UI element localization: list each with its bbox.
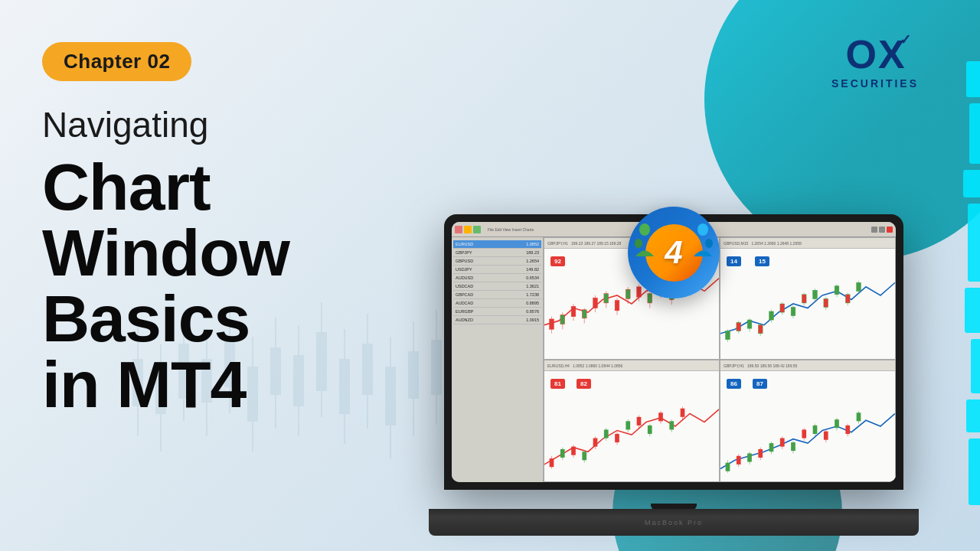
sidebar-pair-audusd: AUDUSD0.6534	[453, 274, 541, 282]
svg-rect-107	[648, 425, 652, 434]
svg-rect-67	[747, 320, 752, 328]
logo-container: O X ✓ SECURITIES	[831, 34, 919, 90]
side-bar-6	[971, 339, 980, 393]
svg-rect-137	[845, 425, 850, 434]
toolbar-controls	[871, 227, 893, 233]
title-line4: in MT4	[42, 351, 289, 417]
chart-panel-top-right: GBPUSD,M15 1.2654 1.2660 1.2648 1.2658	[720, 237, 896, 360]
chart-area-bl: 81 82	[544, 371, 719, 481]
page-container: Chapter 02 Navigating Chart Window Basic…	[0, 0, 980, 551]
svg-rect-97	[593, 439, 598, 447]
svg-rect-113	[681, 409, 685, 417]
svg-rect-91	[560, 449, 565, 458]
sidebar-pair-usdcad: USDCAD1.3621	[453, 282, 541, 291]
svg-rect-125	[780, 439, 785, 447]
svg-rect-129	[802, 429, 806, 438]
side-bar-8	[969, 439, 980, 505]
svg-point-34	[697, 223, 708, 236]
svg-rect-85	[845, 295, 850, 303]
svg-rect-41	[571, 306, 576, 316]
svg-rect-37	[550, 319, 554, 329]
sidebar-pair-eurusd: EURUSD1.0852	[453, 240, 541, 249]
logo-checkmark: ✓	[900, 31, 911, 48]
laptop-base	[429, 509, 919, 536]
chart-panel-bottom-right: GBPJPY,H1 189.50 189.58 189.42 189.55	[720, 360, 896, 482]
price-badge-tr-sell: 14	[727, 256, 741, 266]
sidebar-pair-audnzd: AUDNZD1.0915	[453, 316, 541, 324]
price-badge-br-buy: 87	[753, 379, 767, 389]
logo-tagline: SECURITIES	[831, 77, 919, 90]
svg-rect-69	[758, 325, 763, 334]
svg-rect-133	[824, 432, 828, 440]
svg-point-32	[639, 223, 650, 236]
svg-rect-21	[363, 344, 372, 394]
chart-header-bl: EURUSD,H4 1.0852 1.0860 1.0844 1.0856	[544, 360, 719, 371]
svg-rect-73	[780, 304, 785, 312]
toolbar-ctrl-3	[887, 227, 893, 233]
svg-rect-71	[769, 311, 774, 320]
sidebar-pair-gbpjpy: GBPJPY189.23	[453, 249, 541, 257]
toolbar-btn-2	[464, 226, 472, 233]
svg-rect-17	[317, 333, 326, 390]
svg-rect-93	[571, 447, 576, 455]
chart-area-br: 86 87	[720, 371, 895, 481]
chart-header-br: GBPJPY,H1 189.50 189.58 189.42 189.55	[720, 360, 895, 371]
sidebar-pair-audcad: AUDCAD0.8895	[453, 299, 541, 308]
chart-panel-bottom-left: EURUSD,H4 1.0852 1.0860 1.0844 1.0856	[544, 360, 720, 482]
svg-rect-139	[857, 412, 861, 421]
svg-rect-111	[669, 421, 674, 429]
svg-rect-77	[802, 295, 806, 303]
side-bar-1	[966, 61, 980, 97]
title-line1: Chart	[42, 154, 289, 220]
svg-rect-95	[582, 452, 586, 460]
svg-rect-131	[813, 425, 818, 434]
svg-rect-81	[824, 298, 828, 307]
logo-x-wrapper: X ✓	[878, 34, 905, 74]
toolbar-btn-3	[473, 226, 481, 233]
mt4-sidebar: EURUSD1.0852 GBPJPY189.23 GBPUSD1.2654 U…	[452, 237, 544, 482]
svg-rect-49	[615, 301, 619, 311]
side-bar-4	[968, 204, 980, 282]
toolbar-ctrl-2	[879, 227, 885, 233]
side-bar-2	[969, 103, 980, 164]
sidebar-pair-gbpusd: GBPUSD1.2654	[453, 257, 541, 266]
svg-rect-119	[747, 453, 752, 461]
svg-rect-25	[409, 352, 418, 398]
chapter-badge-text: Chapter 02	[64, 50, 170, 73]
svg-rect-79	[813, 290, 818, 298]
mt4-number: 4	[665, 236, 682, 269]
side-bar-5	[965, 288, 980, 333]
side-bar-7	[966, 399, 980, 432]
svg-rect-47	[604, 294, 609, 303]
chart-area-tr: 14 15	[720, 249, 895, 359]
price-badge-tl-sell: 92	[550, 256, 565, 266]
svg-rect-43	[582, 310, 586, 318]
left-content: Chapter 02 Navigating Chart Window Basic…	[42, 42, 289, 417]
svg-rect-121	[758, 449, 763, 458]
svg-rect-23	[386, 367, 395, 425]
chart-header-tr: GBPUSD,M15 1.2654 1.2660 1.2648 1.2658	[720, 238, 895, 249]
svg-rect-89	[550, 458, 554, 467]
svg-rect-19	[340, 360, 349, 413]
main-title: Chart Window Basics in MT4	[42, 154, 289, 417]
svg-rect-103	[626, 421, 630, 429]
svg-rect-75	[791, 307, 795, 315]
subtitle-text: Navigating	[42, 104, 289, 146]
svg-rect-45	[593, 298, 598, 308]
svg-rect-105	[637, 417, 642, 425]
svg-rect-63	[726, 331, 730, 339]
svg-rect-109	[658, 412, 663, 421]
svg-rect-135	[835, 419, 839, 428]
sidebar-pair-usdjpy: USDJPY149.82	[453, 266, 541, 274]
svg-rect-15	[294, 356, 303, 406]
price-badge-bl-buy: 82	[577, 379, 591, 389]
laptop-mockup: 4 File Edi	[429, 214, 919, 536]
title-line3: Basics	[42, 285, 289, 351]
side-bar-3	[963, 170, 980, 197]
logo-letter-o: O	[845, 34, 876, 74]
figure-right-icon	[692, 222, 714, 256]
svg-rect-101	[615, 434, 619, 442]
svg-point-33	[635, 239, 642, 248]
chapter-badge: Chapter 02	[42, 42, 191, 81]
svg-rect-115	[726, 463, 730, 471]
